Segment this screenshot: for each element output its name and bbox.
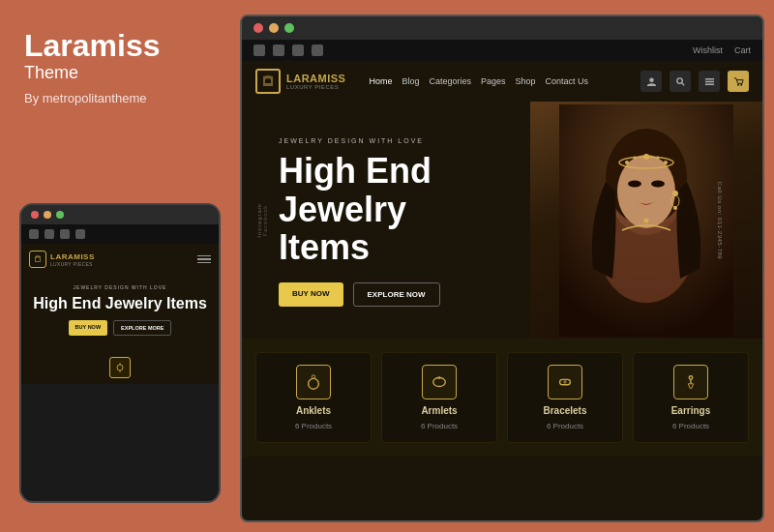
- anklets-count: 6 Products: [295, 422, 332, 430]
- facebook-icon[interactable]: [253, 44, 265, 56]
- anklets-icon-box: [296, 365, 331, 399]
- svg-point-9: [737, 83, 739, 85]
- svg-point-4: [676, 77, 682, 83]
- svg-point-32: [438, 376, 441, 379]
- svg-point-3: [649, 77, 654, 82]
- earrings-icon-box: [673, 365, 708, 399]
- facebook-label: Facebook: [262, 204, 268, 235]
- cart-link[interactable]: Cart: [734, 45, 751, 55]
- site-social-bar: Wishlist Cart: [242, 40, 762, 61]
- mobile-social-bar: [21, 224, 219, 244]
- browser-dot-red: [253, 23, 263, 33]
- cart-icon-button[interactable]: [728, 71, 749, 92]
- browser-dot-green: [284, 23, 294, 33]
- user-icon-button[interactable]: [640, 71, 662, 92]
- anklets-name: Anklets: [296, 405, 331, 416]
- hero-buttons: BUY NOW EXPLORE NOW: [279, 282, 513, 307]
- call-us-label: Call Us on: 011-2345-789: [717, 181, 723, 258]
- mobile-hero: JEWELRY DESIGN WITH LOVE High End Jewelr…: [21, 275, 219, 351]
- nav-pages[interactable]: Pages: [481, 76, 506, 86]
- svg-point-10: [740, 83, 742, 85]
- category-earrings[interactable]: Earrings 6 Products: [633, 352, 749, 443]
- mobile-pinterest-icon: [60, 229, 70, 239]
- mobile-category-row: [21, 351, 219, 384]
- mobile-explore-button[interactable]: EXPLORE MORE: [113, 320, 171, 336]
- hero-text-area: Facebook JEWELRY DESIGN WITH LOVE High E…: [242, 102, 530, 339]
- svg-point-20: [625, 161, 629, 164]
- svg-point-19: [643, 154, 649, 160]
- svg-point-28: [309, 378, 319, 389]
- category-armlets[interactable]: Armlets 6 Products: [381, 352, 497, 443]
- brand-subtitle: Theme: [24, 63, 208, 83]
- logo-text-group: LARAMISS LUXURY PIECES: [286, 73, 345, 90]
- svg-point-22: [634, 156, 637, 159]
- svg-point-31: [433, 378, 446, 387]
- social-icons-group: [253, 44, 323, 56]
- mobile-facebook-icon: [29, 229, 39, 239]
- hero-image: Call Us on: 011-2345-789: [530, 102, 762, 339]
- menu-icon-button[interactable]: [699, 71, 720, 92]
- svg-point-17: [651, 180, 665, 187]
- mobile-hamburger-icon[interactable]: [197, 255, 211, 264]
- twitter-icon[interactable]: [273, 44, 284, 56]
- hero-main-title: High EndJewelryItems: [279, 152, 513, 267]
- svg-marker-37: [688, 384, 693, 389]
- category-bracelets[interactable]: Bracelets 6 Products: [507, 352, 623, 443]
- mobile-top-bar: [21, 205, 219, 224]
- main-nav: LARAMISS LUXURY PIECES Home Blog Categor…: [242, 61, 762, 102]
- left-panel: Laramiss Theme By metropolitantheme LARA…: [0, 0, 232, 532]
- svg-point-21: [664, 161, 668, 164]
- browser-top-bar: [242, 16, 762, 40]
- armlets-icon-box: [422, 365, 457, 399]
- nav-categories[interactable]: Categories: [429, 76, 471, 86]
- armlets-name: Armlets: [421, 405, 457, 416]
- buy-now-button[interactable]: BUY NOW: [279, 282, 343, 307]
- mobile-logo: LARAMISS LUXURY PIECES: [29, 251, 95, 268]
- nav-icons-group: [640, 71, 749, 92]
- search-icon-button[interactable]: [670, 71, 691, 92]
- categories-section: Anklets 6 Products Armlets 6 Products: [242, 339, 762, 457]
- nav-contact[interactable]: Contact Us: [546, 76, 589, 86]
- mobile-linkedin-icon: [75, 229, 85, 239]
- mobile-buy-now-button[interactable]: BUY NOW: [69, 320, 107, 336]
- svg-point-16: [628, 180, 641, 187]
- pinterest-icon[interactable]: [292, 44, 304, 56]
- mobile-dot-yellow: [44, 211, 51, 219]
- mobile-cat-icon: [109, 357, 131, 378]
- explore-now-button[interactable]: EXPLORE NOW: [353, 282, 440, 307]
- earrings-name: Earrings: [671, 405, 711, 416]
- top-links-group: Wishlist Cart: [693, 45, 751, 55]
- category-anklets[interactable]: Anklets 6 Products: [255, 352, 372, 443]
- brand-title: Laramiss: [24, 29, 208, 63]
- svg-point-0: [117, 365, 123, 370]
- bracelets-name: Bracelets: [543, 405, 586, 416]
- mobile-twitter-icon: [45, 229, 54, 239]
- svg-point-34: [563, 380, 567, 384]
- mobile-hero-title: High End Jewelry Items: [31, 295, 209, 312]
- logo-icon: [255, 69, 281, 94]
- bracelets-icon-box: [548, 365, 582, 399]
- hero-subtitle: JEWELRY DESIGN WITH LOVE: [279, 137, 513, 144]
- bracelets-count: 6 Products: [547, 422, 583, 430]
- site-logo: LARAMISS LUXURY PIECES: [255, 69, 345, 94]
- mobile-mockup: LARAMISS LUXURY PIECES JEWELRY DESIGN WI…: [19, 203, 221, 503]
- nav-blog[interactable]: Blog: [402, 76, 419, 86]
- armlets-count: 6 Products: [421, 422, 458, 430]
- browser-dot-yellow: [269, 23, 279, 33]
- hero-section: Instagram Facebook JEWELRY DESIGN WITH L…: [242, 102, 762, 339]
- wishlist-link[interactable]: Wishlist: [693, 45, 723, 55]
- nav-home[interactable]: Home: [369, 76, 392, 86]
- linkedin-icon[interactable]: [312, 44, 323, 56]
- mobile-logo-icon: [29, 251, 46, 268]
- nav-links-group: Home Blog Categories Pages Shop Contact …: [369, 76, 625, 86]
- nav-shop[interactable]: Shop: [516, 76, 536, 86]
- mobile-nav: LARAMISS LUXURY PIECES: [21, 244, 219, 275]
- mobile-dot-green: [56, 211, 64, 219]
- svg-point-27: [644, 218, 649, 222]
- svg-point-26: [673, 206, 677, 210]
- svg-point-35: [689, 376, 693, 380]
- hero-content: JEWELRY DESIGN WITH LOVE High EndJewelry…: [259, 137, 513, 307]
- svg-line-5: [681, 82, 683, 84]
- mobile-cat-item: [109, 357, 131, 378]
- mobile-dot-red: [31, 211, 39, 219]
